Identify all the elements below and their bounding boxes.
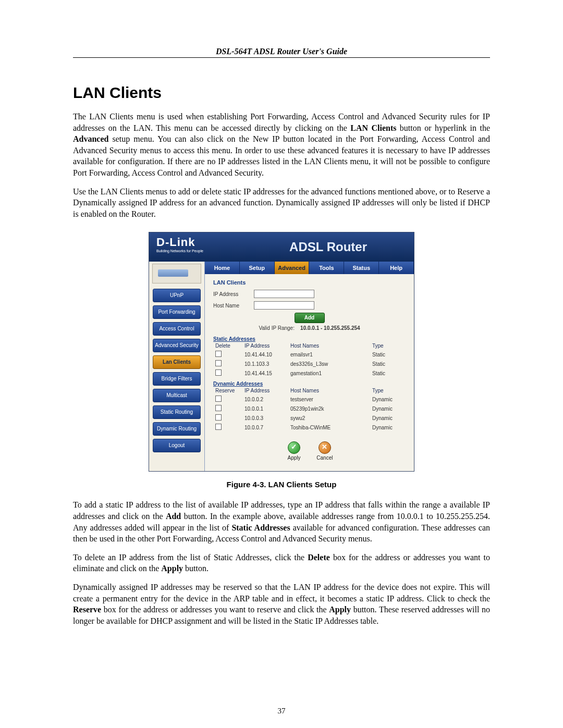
col-type: Type bbox=[370, 387, 406, 394]
cell-host: Toshiba-CWinME bbox=[288, 423, 370, 432]
device-thumbnail bbox=[152, 264, 201, 283]
ip-address-input[interactable] bbox=[254, 290, 314, 298]
host-name-label: Host Name bbox=[213, 303, 254, 309]
cell-type: Dynamic bbox=[370, 404, 406, 413]
col-delete: Delete bbox=[213, 342, 242, 350]
table-row: 10.1.103.3 des3326s_L3sw Static bbox=[213, 359, 406, 368]
text: To delete an IP address from the list of… bbox=[73, 553, 308, 562]
text-bold: Apply bbox=[161, 564, 183, 573]
page-title: LAN Clients bbox=[73, 84, 490, 102]
sidebar-item-advanced-security[interactable]: Advanced Security bbox=[153, 339, 201, 352]
table-row: 10.41.44.10 emailsvr1 Static bbox=[213, 350, 406, 359]
router-ui: D-Link Building Networks for People ADSL… bbox=[149, 232, 414, 472]
top-tabs: Home Setup Advanced Tools Status Help bbox=[205, 262, 414, 274]
ip-address-label: IP Address bbox=[213, 291, 254, 297]
sidebar-item-logout[interactable]: Logout bbox=[153, 439, 201, 452]
delete-checkbox[interactable] bbox=[215, 360, 222, 366]
cell-ip: 10.1.103.3 bbox=[242, 359, 288, 368]
static-addresses-header: Static Addresses bbox=[213, 336, 406, 342]
table-row: 10.0.0.3 sywu2 Dynamic bbox=[213, 413, 406, 423]
add-button[interactable]: Add bbox=[295, 313, 325, 323]
sidebar: UPnP Port Forwarding Access Control Adva… bbox=[149, 262, 205, 471]
brand-tagline: Building Networks for People bbox=[156, 249, 203, 253]
text-bold: Apply bbox=[329, 605, 351, 614]
cancel-button[interactable] bbox=[319, 441, 331, 454]
cell-host: emailsvr1 bbox=[288, 350, 370, 359]
text: button. bbox=[183, 564, 209, 573]
sidebar-item-port-forwarding[interactable]: Port Forwarding bbox=[153, 305, 201, 319]
figure-screenshot: D-Link Building Networks for People ADSL… bbox=[73, 232, 490, 472]
sidebar-item-lan-clients[interactable]: Lan Clients bbox=[153, 355, 201, 369]
intro-paragraph-2: Use the LAN Clients menus to add or dele… bbox=[73, 186, 490, 220]
cell-type: Dynamic bbox=[370, 413, 406, 423]
col-host: Host Names bbox=[288, 342, 370, 350]
text: Dynamically assigned IP addresses may be… bbox=[73, 583, 490, 603]
text-bold: LAN Clients bbox=[350, 124, 396, 132]
brand-name: D-Link bbox=[156, 236, 195, 249]
cell-host: testserver bbox=[288, 394, 370, 404]
page-number: 37 bbox=[0, 707, 563, 715]
cell-ip: 10.41.44.10 bbox=[242, 350, 288, 359]
cell-host: des3326s_L3sw bbox=[288, 359, 370, 368]
sidebar-item-static-routing[interactable]: Static Routing bbox=[153, 405, 201, 419]
table-row: 10.0.0.7 Toshiba-CWinME Dynamic bbox=[213, 423, 406, 432]
cell-type: Dynamic bbox=[370, 394, 406, 404]
dynamic-addresses-table: Reserve IP Address Host Names Type 10.0.… bbox=[213, 387, 406, 432]
sidebar-item-bridge-filters[interactable]: Bridge Filters bbox=[153, 372, 201, 386]
apply-label: Apply bbox=[283, 455, 305, 461]
text-bold: Delete bbox=[308, 553, 330, 562]
text-bold: Add bbox=[166, 512, 181, 521]
valid-range-value: 10.0.0.1 - 10.255.255.254 bbox=[300, 325, 360, 331]
tab-tools[interactable]: Tools bbox=[309, 262, 344, 274]
text-bold: Static Addresses bbox=[231, 523, 290, 532]
reserve-checkbox[interactable] bbox=[215, 424, 222, 430]
text: button or hyperlink in the bbox=[396, 124, 490, 132]
reserve-checkbox[interactable] bbox=[215, 396, 222, 402]
static-addresses-table: Delete IP Address Host Names Type 10.41.… bbox=[213, 342, 406, 378]
cell-host: gamestation1 bbox=[288, 368, 370, 378]
delete-checkbox[interactable] bbox=[215, 369, 222, 376]
tab-status[interactable]: Status bbox=[344, 262, 379, 274]
col-type: Type bbox=[370, 342, 406, 350]
cell-type: Static bbox=[370, 359, 406, 368]
cell-type: Static bbox=[370, 368, 406, 378]
sidebar-item-multicast[interactable]: Multicast bbox=[153, 389, 201, 402]
cell-ip: 10.0.0.3 bbox=[242, 413, 288, 423]
delete-checkbox[interactable] bbox=[215, 351, 222, 357]
tab-help[interactable]: Help bbox=[379, 262, 414, 274]
sidebar-item-upnp[interactable]: UPnP bbox=[153, 289, 201, 302]
tab-advanced[interactable]: Advanced bbox=[275, 262, 310, 274]
reserve-checkbox[interactable] bbox=[215, 405, 222, 411]
host-name-input[interactable] bbox=[254, 301, 314, 310]
text: box for the address or addresses you wan… bbox=[101, 605, 329, 614]
intro-paragraph-1: The LAN Clients menu is used when establ… bbox=[73, 111, 490, 179]
tab-setup[interactable]: Setup bbox=[240, 262, 275, 274]
router-header: D-Link Building Networks for People ADSL… bbox=[149, 232, 414, 262]
action-buttons: Apply Cancel bbox=[213, 441, 406, 461]
apply-button[interactable] bbox=[288, 441, 300, 454]
col-reserve: Reserve bbox=[213, 387, 242, 394]
paragraph-add: To add a static IP address to the list o… bbox=[73, 499, 490, 544]
figure-caption: Figure 4-3. LAN Clients Setup bbox=[73, 480, 490, 489]
cell-ip: 10.0.0.7 bbox=[242, 423, 288, 432]
table-row: 10.0.0.1 05239p1win2k Dynamic bbox=[213, 404, 406, 413]
tab-home[interactable]: Home bbox=[205, 262, 240, 274]
cell-type: Static bbox=[370, 350, 406, 359]
text-bold: Reserve bbox=[73, 605, 101, 614]
reserve-checkbox[interactable] bbox=[215, 414, 222, 421]
table-row: 10.41.44.15 gamestation1 Static bbox=[213, 368, 406, 378]
valid-range-label: Valid IP Range: bbox=[259, 325, 295, 331]
sidebar-item-dynamic-routing[interactable]: Dynamic Routing bbox=[153, 422, 201, 436]
cancel-label: Cancel bbox=[313, 455, 336, 461]
col-ip: IP Address bbox=[242, 342, 288, 350]
cell-ip: 10.0.0.2 bbox=[242, 394, 288, 404]
doc-header: DSL-564T ADSL Router User's Guide bbox=[73, 47, 490, 58]
paragraph-delete: To delete an IP address from the list of… bbox=[73, 552, 490, 574]
col-host: Host Names bbox=[288, 387, 370, 394]
text: setup menu. You can also click on the Ne… bbox=[73, 134, 490, 177]
col-ip: IP Address bbox=[242, 387, 288, 394]
dynamic-addresses-header: Dynamic Addresses bbox=[213, 381, 406, 387]
table-row: 10.0.0.2 testserver Dynamic bbox=[213, 394, 406, 404]
sidebar-item-access-control[interactable]: Access Control bbox=[153, 322, 201, 336]
cell-ip: 10.0.0.1 bbox=[242, 404, 288, 413]
